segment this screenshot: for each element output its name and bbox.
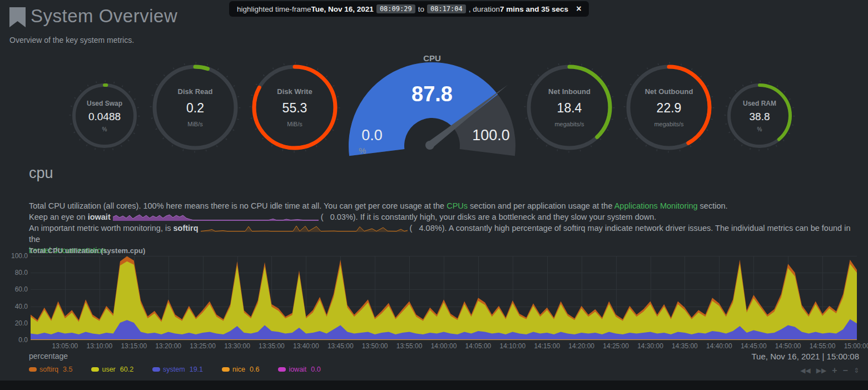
chart-toolbox: ◀◀▶▶+−⇕ (800, 367, 859, 374)
description-line-2: Keep an eye on iowait( 0.03%). If it is … (29, 211, 859, 223)
legend-swatch (152, 367, 160, 372)
chart-units-label: percentage (29, 352, 68, 361)
legend-swatch (278, 367, 286, 372)
section-heading-cpu: cpu (29, 165, 53, 182)
cpu-gauge-max: 100.0 (472, 127, 510, 144)
x-axis-tick: 13:50:00 (357, 342, 393, 350)
close-icon[interactable]: × (576, 4, 581, 14)
page-subtitle: Overview of the key system metrics. (9, 36, 134, 45)
notice-duration: 7 mins and 35 secs (500, 5, 568, 13)
gauge-title: Disk Read (178, 87, 213, 96)
y-axis-tick: 60.0 (3, 285, 28, 293)
gauge-value: 18.4 (557, 101, 582, 116)
notice-mid: , duration (469, 5, 500, 13)
description-line-1: Total CPU utilization (all cores). 100% … (29, 200, 859, 211)
legend-item-user[interactable]: user60.2 (91, 366, 133, 373)
timeframe-start-badge: 08:09:29 (376, 4, 415, 13)
notice-to: to (418, 5, 424, 13)
legend-value: 0.6 (250, 366, 259, 373)
pan-backward-icon[interactable]: ◀◀ (800, 367, 810, 374)
x-axis-tick: 13:20:00 (151, 342, 186, 350)
x-axis-tick: 14:30:00 (633, 342, 668, 350)
footer-strip (0, 381, 868, 390)
gauge-used-ram[interactable]: Used RAM38.8% (723, 79, 796, 152)
legend-item-softirq[interactable]: softirq3.5 (29, 366, 72, 373)
gauge-units: megabits/s (554, 121, 584, 127)
legend-item-system[interactable]: system19.1 (152, 366, 203, 373)
gauge-units: % (102, 126, 107, 132)
y-axis-tick: 80.0 (3, 269, 28, 277)
y-axis-tick: 40.0 (3, 303, 28, 310)
x-axis-tick: 14:20:00 (564, 342, 599, 350)
description-line-3: An important metric worth monitoring, is… (29, 223, 859, 256)
x-axis-tick: 13:10:00 (82, 342, 117, 350)
x-axis-tick: 14:05:00 (460, 342, 496, 350)
legend-swatch (222, 367, 230, 372)
zoom-out-icon[interactable]: − (843, 367, 848, 374)
resize-icon[interactable]: ⇕ (854, 367, 859, 374)
y-axis-tick: 100.0 (3, 252, 28, 260)
legend-name: softirq (39, 366, 58, 373)
gauge-disk-read[interactable]: Disk Read0.2MiB/s (148, 61, 242, 154)
x-axis-tick: 14:00:00 (426, 342, 462, 350)
gauge-title: Disk Write (277, 87, 312, 96)
legend-name: user (102, 366, 115, 373)
gauge-net-outbound[interactable]: Net Outbound22.9megabits/s (622, 61, 716, 154)
x-axis-tick: 13:15:00 (116, 342, 152, 350)
legend-value: 3.5 (63, 366, 72, 373)
gauge-disk-write[interactable]: Disk Write55.3MiB/s (248, 61, 341, 154)
gauge-units: megabits/s (654, 121, 683, 127)
y-axis-tick: 0.0 (3, 336, 28, 344)
gauge-used-swap[interactable]: Used Swap0.0488% (68, 79, 141, 152)
legend-item-iowait[interactable]: iowait0.0 (278, 366, 320, 373)
cpu-gauge[interactable]: 87.80.0100.0% (349, 56, 515, 161)
iowait-sparkline (113, 213, 319, 221)
zoom-in-icon[interactable]: + (832, 367, 837, 374)
legend-item-nice[interactable]: nice0.6 (222, 366, 259, 373)
gauge-units: MiB/s (287, 121, 302, 127)
x-axis-tick: 14:35:00 (667, 342, 702, 350)
chart-current-time: Tue, Nov 16, 2021 | 15:00:08 (752, 352, 859, 361)
cpu-gauge-value: 87.8 (411, 82, 453, 106)
legend-value: 0.0 (311, 366, 320, 373)
x-axis-tick: 13:45:00 (323, 342, 358, 350)
cpu-gauge-min: 0.0 (361, 127, 383, 144)
timeframe-end-badge: 08:17:04 (427, 4, 466, 13)
legend-name: nice (232, 366, 245, 373)
chart-legend: softirq3.5user60.2system19.1nice0.6iowai… (29, 366, 321, 373)
x-axis-tick: 14:55:00 (805, 342, 840, 350)
gauge-title: Net Outbound (645, 87, 693, 96)
gauge-value: 55.3 (282, 101, 307, 116)
notice-date: Tue, Nov 16, 2021 (311, 5, 374, 13)
x-axis-tick: 15:00:00 (839, 342, 868, 350)
gauge-title: Net Inbound (548, 87, 591, 96)
applications-monitoring-link[interactable]: Applications Monitoring (614, 201, 698, 210)
x-axis-tick: 13:25:00 (185, 342, 221, 350)
cpu-utilization-chart[interactable] (31, 256, 857, 340)
gauge-value: 38.8 (750, 111, 770, 123)
gauge-net-inbound[interactable]: Net Inbound18.4megabits/s (523, 61, 616, 154)
x-axis-tick: 14:15:00 (529, 342, 565, 350)
notice-prefix: highlighted time-frame (237, 5, 311, 13)
legend-swatch (91, 367, 99, 372)
bookmark-icon (9, 7, 26, 29)
x-axis-tick: 13:30:00 (220, 342, 255, 350)
softirq-sparkline (201, 224, 408, 232)
cpu-description: Total CPU utilization (all cores). 100% … (29, 200, 859, 256)
gauge-value: 0.2 (186, 101, 204, 116)
x-axis-tick: 13:35:00 (254, 342, 289, 350)
legend-value: 19.1 (190, 366, 203, 373)
gauge-title: Used RAM (743, 100, 776, 107)
legend-name: system (163, 366, 185, 373)
gauge-units: MiB/s (187, 121, 203, 127)
x-axis-tick: 14:45:00 (736, 342, 771, 350)
x-axis-tick: 13:40:00 (288, 342, 324, 350)
cpus-link[interactable]: CPUs (447, 201, 468, 210)
x-axis-tick: 14:25:00 (598, 342, 634, 350)
x-axis-tick: 13:05:00 (47, 342, 83, 350)
x-axis-tick: 13:55:00 (391, 342, 427, 350)
cpu-gauge-units: % (359, 146, 366, 155)
x-axis-tick: 14:50:00 (770, 342, 806, 350)
pan-forward-icon[interactable]: ▶▶ (816, 367, 826, 374)
page-title: System Overview (31, 6, 177, 27)
